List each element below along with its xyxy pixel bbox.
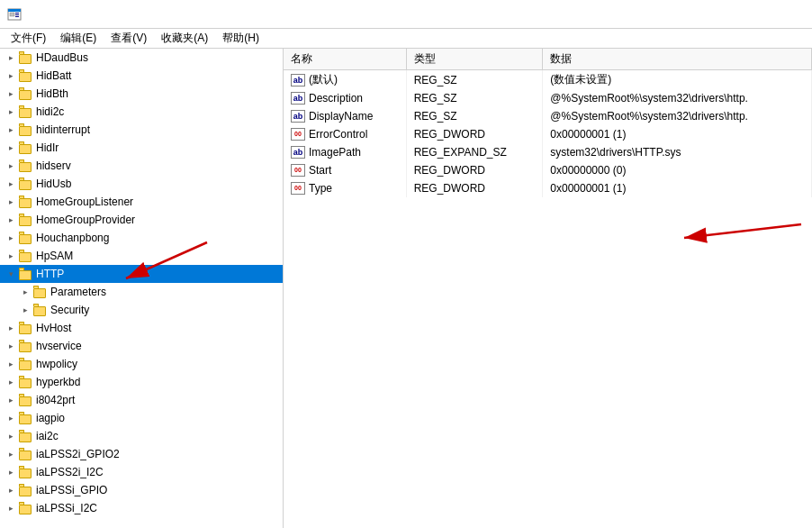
tree-expand-homegroupprovider[interactable] [4, 213, 18, 227]
tree-expand-http[interactable] [4, 267, 18, 281]
reg-icon-0: ab [291, 74, 305, 86]
tree-expand-parameters[interactable] [18, 285, 32, 299]
reg-name-text-5: Start [309, 164, 331, 177]
reg-type-2: REG_SZ [406, 107, 543, 125]
tree-expand-hidbatt[interactable] [4, 68, 18, 83]
tree-item-i8042prt[interactable]: i8042prt [0, 391, 283, 409]
reg-row-4[interactable]: abImagePathREG_EXPAND_SZsystem32\drivers… [284, 143, 812, 161]
tree-item-hpsam[interactable]: HpSAM [0, 247, 283, 265]
tree-expand-hidinterrupt[interactable] [4, 123, 18, 137]
reg-row-2[interactable]: abDisplayNameREG_SZ@%SystemRoot%\system3… [284, 107, 812, 125]
tree-expand-ialpss2i_gpio2[interactable] [4, 447, 18, 461]
tree-expand-hvservice[interactable] [4, 339, 18, 353]
tree-label-hpsam: HpSAM [36, 250, 73, 262]
tree-label-hvhost: HvHost [36, 322, 71, 334]
reg-name-2: abDisplayName [284, 107, 406, 125]
menu-item-v[interactable]: 查看(V) [104, 29, 154, 48]
tree-expand-ialpssi_gpio[interactable] [4, 483, 18, 497]
close-button[interactable] [763, 0, 805, 29]
reg-row-1[interactable]: abDescriptionREG_SZ@%SystemRoot%\system3… [284, 89, 812, 107]
tree-item-http[interactable]: HTTP [0, 265, 283, 283]
tree-item-ialpss2i_gpio2[interactable]: iaLPSS2i_GPIO2 [0, 445, 283, 463]
tree-expand-ialpss2i_i2c[interactable] [4, 465, 18, 479]
left-pane[interactable]: HDaudBusHidBattHidBthhidi2chidinterruptH… [0, 49, 284, 528]
tree-item-hwpolicy[interactable]: hwpolicy [0, 355, 283, 373]
tree-item-hidinterrupt[interactable]: hidinterrupt [0, 121, 283, 139]
tree-expand-hwpolicy[interactable] [4, 357, 18, 371]
folder-icon-hpsam [18, 250, 32, 262]
right-pane[interactable]: 名称 类型 数据 ab(默认)REG_SZ(数值未设置)abDescriptio… [284, 49, 812, 528]
tree-item-iai2c[interactable]: iai2c [0, 427, 283, 445]
tree-expand-hidi2c[interactable] [4, 105, 18, 119]
reg-name-text-0: (默认) [309, 73, 338, 86]
reg-type-3: REG_DWORD [406, 125, 543, 143]
tree-item-hidserv[interactable]: hidserv [0, 157, 283, 175]
folder-icon-ialpss2i_gpio2 [18, 448, 32, 460]
folder-icon-hidir [18, 141, 32, 154]
tree-item-hdaudbus[interactable]: HDaudBus [0, 49, 283, 67]
registry-table: 名称 类型 数据 ab(默认)REG_SZ(数值未设置)abDescriptio… [284, 49, 812, 197]
tree-item-iagpio[interactable]: iagpio [0, 409, 283, 427]
col-name: 名称 [284, 49, 406, 70]
menu-item-h[interactable]: 帮助(H) [215, 29, 266, 48]
tree-expand-hvhost[interactable] [4, 321, 18, 335]
reg-row-3[interactable]: 00ErrorControlREG_DWORD0x00000001 (1) [284, 125, 812, 143]
tree-item-security[interactable]: Security [0, 301, 283, 319]
tree-expand-homegrouplistener[interactable] [4, 195, 18, 209]
tree-label-hdaudbus: HDaudBus [36, 51, 88, 64]
tree-expand-houchanpbong[interactable] [4, 231, 18, 245]
reg-type-4: REG_EXPAND_SZ [406, 143, 543, 161]
reg-name-4: abImagePath [284, 143, 406, 161]
tree-item-ialpssi_i2c[interactable]: iaLPSSi_I2C [0, 499, 283, 517]
tree-label-hvservice: hvservice [36, 340, 82, 352]
tree-expand-ialpssi_i2c[interactable] [4, 501, 18, 515]
tree-item-homegrouplistener[interactable]: HomeGroupListener [0, 193, 283, 211]
tree-item-hidi2c[interactable]: hidi2c [0, 103, 283, 121]
tree-item-houchanpbong[interactable]: Houchanpbong [0, 229, 283, 247]
tree-label-hidinterrupt: hidinterrupt [36, 123, 90, 136]
tree-item-hidir[interactable]: HidIr [0, 139, 283, 157]
tree-expand-hidir[interactable] [4, 141, 18, 155]
tree-label-hidbth: HidBth [36, 87, 68, 100]
folder-icon-hidi2c [18, 105, 32, 118]
tree-expand-iagpio[interactable] [4, 411, 18, 425]
menu-item-e[interactable]: 编辑(E) [53, 29, 104, 48]
tree-expand-i8042prt[interactable] [4, 393, 18, 407]
svg-rect-3 [15, 13, 19, 14]
tree-expand-hidusb[interactable] [4, 177, 18, 191]
tree-item-hidusb[interactable]: HidUsb [0, 175, 283, 193]
tree-item-hyperkbd[interactable]: hyperkbd [0, 373, 283, 391]
menu-item-a[interactable]: 收藏夹(A) [154, 29, 215, 48]
tree-expand-hidbth[interactable] [4, 86, 18, 101]
folder-icon-hvhost [18, 322, 32, 334]
reg-row-5[interactable]: 00StartREG_DWORD0x00000000 (0) [284, 161, 812, 179]
tree-expand-hyperkbd[interactable] [4, 375, 18, 389]
tree-expand-hdaudbus[interactable] [4, 50, 18, 65]
tree-item-hidbatt[interactable]: HidBatt [0, 67, 283, 85]
tree-item-parameters[interactable]: Parameters [0, 283, 283, 301]
tree-expand-hidserv[interactable] [4, 159, 18, 173]
tree-expand-security[interactable] [18, 303, 32, 317]
reg-row-6[interactable]: 00TypeREG_DWORD0x00000001 (1) [284, 179, 812, 197]
reg-type-0: REG_SZ [406, 70, 543, 90]
tree-expand-hpsam[interactable] [4, 249, 18, 263]
reg-icon-5: 00 [291, 164, 305, 177]
tree-item-ialpssi_gpio[interactable]: iaLPSSi_GPIO [0, 481, 283, 499]
minimize-button[interactable] [722, 0, 763, 29]
folder-icon-parameters [32, 286, 47, 298]
tree-item-hidbth[interactable]: HidBth [0, 85, 283, 103]
tree-label-hidbatt: HidBatt [36, 69, 71, 82]
tree-label-http: HTTP [36, 268, 64, 280]
tree-label-ialpssi_i2c: iaLPSSi_I2C [36, 502, 97, 514]
tree-item-ialpss2i_i2c[interactable]: iaLPSS2i_I2C [0, 463, 283, 481]
reg-row-0[interactable]: ab(默认)REG_SZ(数值未设置) [284, 70, 812, 90]
tree-item-hvservice[interactable]: hvservice [0, 337, 283, 355]
tree-item-homegroupprovider[interactable]: HomeGroupProvider [0, 211, 283, 229]
tree-item-hvhost[interactable]: HvHost [0, 319, 283, 337]
tree-label-hidusb: HidUsb [36, 178, 71, 190]
tree-label-hwpolicy: hwpolicy [36, 358, 77, 370]
tree-expand-iai2c[interactable] [4, 429, 18, 443]
tree-label-parameters: Parameters [50, 286, 106, 298]
reg-icon-3: 00 [291, 128, 305, 141]
menu-item-f[interactable]: 文件(F) [4, 29, 53, 48]
